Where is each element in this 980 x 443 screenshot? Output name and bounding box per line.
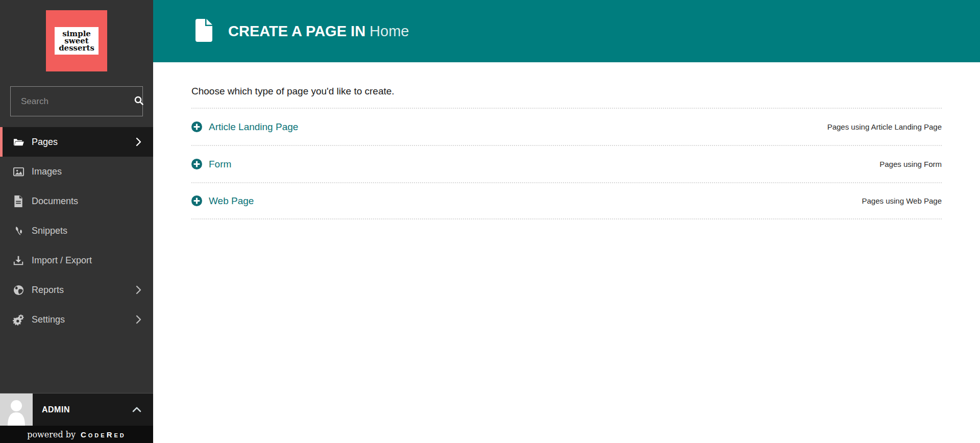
powered-by-text: powered by <box>27 430 76 439</box>
create-article-landing-page-link[interactable]: Article Landing Page <box>191 121 298 133</box>
download-icon <box>12 255 24 266</box>
pages-using-link[interactable]: Pages using Form <box>879 160 942 168</box>
account-name: ADMIN <box>42 405 132 414</box>
sidebar-item-pages[interactable]: Pages <box>0 127 153 157</box>
image-icon <box>12 166 24 178</box>
pages-using-link[interactable]: Pages using Article Landing Page <box>827 122 942 131</box>
sidebar-item-reports[interactable]: Reports <box>0 275 153 305</box>
sidebar-item-label: Reports <box>32 285 135 296</box>
sidebar-item-settings[interactable]: Settings <box>0 305 153 334</box>
logo-line-3: desserts <box>59 44 94 52</box>
gears-icon <box>12 313 24 326</box>
page-document-icon <box>195 19 212 44</box>
page-type-label: Form <box>209 159 231 170</box>
page-type-row: Form Pages using Form <box>191 145 942 182</box>
page-type-label: Article Landing Page <box>209 121 298 133</box>
search-icon <box>134 95 144 107</box>
powered-by-bar: powered by CodeRed <box>0 426 153 443</box>
page-type-list: Article Landing Page Pages using Article… <box>191 108 942 219</box>
page-title-location: Home <box>370 23 409 39</box>
codered-logo[interactable]: CodeRed <box>81 430 126 439</box>
chevron-right-icon <box>135 285 142 295</box>
create-web-page-link[interactable]: Web Page <box>191 195 254 207</box>
search-submit-button[interactable] <box>134 87 144 116</box>
sidebar-item-snippets[interactable]: Snippets <box>0 216 153 245</box>
sidebar-item-documents[interactable]: Documents <box>0 186 153 216</box>
site-logo-text: simple sweet desserts <box>55 27 99 55</box>
sidebar-item-label: Snippets <box>32 226 142 236</box>
sidebar-item-label: Import / Export <box>32 255 142 266</box>
sidebar-spacer <box>0 334 153 393</box>
intro-text: Choose which type of page you'd like to … <box>191 86 942 97</box>
sidebar-item-import-export[interactable]: Import / Export <box>0 245 153 275</box>
chevron-right-icon <box>135 314 142 325</box>
plus-circle-icon <box>191 195 202 206</box>
account-menu[interactable]: ADMIN <box>0 393 153 426</box>
sidebar-nav: Pages Images <box>0 127 153 334</box>
chevron-up-icon <box>132 406 142 413</box>
site-logo[interactable]: simple sweet desserts <box>46 10 107 71</box>
snippets-icon <box>12 225 24 237</box>
document-icon <box>12 195 24 207</box>
main-area: CREATE A PAGE INHome Choose which type o… <box>153 0 980 443</box>
sidebar-item-label: Images <box>32 166 142 177</box>
create-form-link[interactable]: Form <box>191 159 231 170</box>
page-type-row: Web Page Pages using Web Page <box>191 182 942 219</box>
sidebar-search <box>10 86 143 116</box>
pages-using-link[interactable]: Pages using Web Page <box>862 196 942 205</box>
page-title: CREATE A PAGE INHome <box>228 23 409 40</box>
plus-circle-icon <box>191 159 202 169</box>
page-content: Choose which type of page you'd like to … <box>153 62 980 219</box>
page-type-label: Web Page <box>209 195 254 207</box>
sidebar: simple sweet desserts Pages <box>0 0 153 443</box>
search-input[interactable] <box>11 87 134 116</box>
page-header: CREATE A PAGE INHome <box>153 0 980 62</box>
page-type-row: Article Landing Page Pages using Article… <box>191 108 942 145</box>
page-title-action: CREATE A PAGE IN <box>228 23 365 39</box>
chevron-right-icon <box>135 137 142 147</box>
sidebar-item-label: Pages <box>32 137 135 147</box>
avatar <box>0 393 33 426</box>
sidebar-item-label: Documents <box>32 196 142 207</box>
globe-icon <box>12 284 24 296</box>
plus-circle-icon <box>191 121 202 132</box>
sidebar-item-images[interactable]: Images <box>0 157 153 186</box>
folder-open-icon <box>12 136 24 148</box>
sidebar-item-label: Settings <box>32 314 135 325</box>
